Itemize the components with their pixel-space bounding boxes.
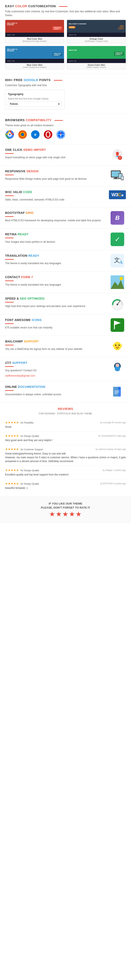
support-icon: [109, 361, 126, 375]
svg-point-50: [118, 345, 120, 346]
fontawesome-title: FONT AWESOME ICONS: [5, 318, 106, 321]
review-label: for Flexibility: [21, 422, 34, 424]
blue-skin-preview: WELCOME TODIGRAND CREATIVEAGENCY ABOUT M…: [5, 46, 64, 69]
chrome-icon: [5, 130, 14, 140]
fontawesome-content: FONT AWESOME ICONS 675 scalable vector i…: [5, 318, 109, 331]
red-skin-preview: WELCOME TODIGRAND CREATIVEAGENCY ABOUT M…: [5, 20, 64, 43]
review-meta: by Jledger 1 months ago: [102, 469, 126, 471]
svg-rect-27: [113, 178, 118, 179]
orange-skin-label: Orange Color (Multishape, Orange Color): [67, 37, 126, 43]
mailchimp-icon: [109, 340, 126, 353]
color-section-desc: Fully customized color scheme, by real t…: [5, 10, 126, 17]
green-skin-preview: ABOUT ME CREATIVEAGENCY ABOUT ME Green C…: [67, 46, 126, 69]
review-text: Very good work and they are very helpful…: [5, 438, 126, 442]
review-stars: ★★★★★: [5, 434, 19, 438]
retina-icon: ✓: [109, 232, 126, 246]
svg-point-55: [116, 364, 119, 367]
color-customization-section: EASY COLOR CUSTOMIZATION Fully customize…: [0, 0, 131, 74]
support-content: 27/7 SUPPORT Any questions? Contact US: …: [5, 361, 109, 377]
review-top: ★★★★★ for Customer Support by anthony fc…: [5, 447, 126, 451]
bootstrap-title: BOOTSTRAP GRID: [5, 211, 106, 215]
browsers-section-desc: Theme looks great on all modern browsers: [5, 124, 126, 127]
opera-icon: [43, 130, 53, 140]
demo-import-desc: Import everything on demo page with only…: [5, 156, 106, 159]
mailchimp-feature: MAILCHIMP SUPPORT You can a MailChimp li…: [0, 336, 131, 357]
svg-rect-60: [113, 387, 118, 396]
translation-desc: The theme is easily translated into any …: [5, 261, 106, 265]
google-fonts-section: 800+ FREE GOOGLE FONTS Customize Typogra…: [0, 74, 131, 114]
mailchimp-title: MAILCHIMP SUPPORT: [5, 340, 106, 343]
fontawesome-icon: [109, 318, 126, 332]
responsive-content: RESPONSIVE DESIGN Responsive Web Design …: [5, 170, 109, 183]
contact-form-icon: [109, 275, 126, 289]
svg-rect-63: [114, 392, 119, 393]
fontawesome-feature: FONT AWESOME ICONS 675 scalable vector i…: [0, 315, 131, 336]
review-meta: by anthony fcolassi 16 days ago: [96, 448, 126, 450]
ie-icon: e: [30, 130, 40, 140]
svg-point-48: [113, 342, 121, 350]
responsive-feature: RESPONSIVE DESIGN Responsive Web Design …: [0, 166, 131, 186]
safari-icon: [56, 130, 66, 140]
review-top: ★★★★★ for Design Quality by BTOY424 5 mo…: [5, 482, 126, 485]
retina-feature: RETINA READY Your images also looks perf…: [0, 229, 131, 250]
demo-import-icon: !: [109, 148, 126, 162]
review-meta: by vucindgl 25 minutes ago: [100, 422, 126, 424]
svg-text:e: e: [34, 132, 36, 137]
green-skin-label: Green Color Skin (Slider Header Variant): [67, 63, 126, 69]
firefox-icon: [18, 130, 27, 140]
svg-point-51: [116, 346, 119, 348]
font-mockup-title: Typography: [8, 92, 62, 96]
speed-desc: High load time impact your rankings and …: [5, 304, 106, 308]
red-skin-label: Red Color Skin (Background Image Header): [5, 37, 64, 43]
w3c-desc: Valid, clean, commented, semantic HTML/C…: [5, 198, 106, 202]
support-title: 27/7 SUPPORT: [5, 361, 106, 364]
speed-title: SPEED & SEO OPTIMIZED: [5, 297, 106, 300]
support-email-link[interactable]: owlthemestep@gmail.com: [5, 374, 35, 377]
retina-desc: Your images also looks perfect in all de…: [5, 240, 106, 244]
speed-content: SPEED & SEO OPTIMIZED High load time imp…: [5, 297, 109, 310]
speed-feature: SPEED & SEO OPTIMIZED High load time imp…: [0, 293, 131, 315]
svg-point-53: [120, 344, 122, 347]
w3c-badge-icon: W3C⊕: [109, 190, 126, 199]
reviews-header: REVIEWS FOR DIGRAND - PORTFOLIO AND BLOG…: [5, 407, 126, 415]
fontawesome-desc: 675 scalable vector icon that can instan…: [5, 326, 106, 329]
footer-cta-line2: PLEASE, DON'T FORGET TO RATE IT: [5, 506, 126, 509]
contact-title: CONTACT FORM 7: [5, 275, 106, 279]
review-text: Excellent quality and top level support …: [5, 473, 126, 477]
demo-import-title: ONE CLICK DEMO IMPORT: [5, 148, 106, 151]
contact-feature: CONTACT FORM 7 The theme is easily trans…: [0, 272, 131, 293]
blue-skin-label: Blue Color Skin (Video Background Header…: [5, 63, 64, 69]
footer-stars: ★★★★★: [5, 510, 126, 518]
bootstrap-icon: B: [109, 211, 126, 225]
review-label: for Design Quality: [21, 435, 39, 437]
orange-skin-preview: WELCOME TO DIGRAND MORE 1000+HAPPYCLIENT…: [67, 20, 126, 43]
fonts-section-title: 800+ FREE GOOGLE FONTS: [5, 78, 126, 82]
footer-cta-line1: IF YOU LIKE OUR THEME: [5, 502, 126, 505]
mailchimp-content: MAILCHIMP SUPPORT You can a MailChimp li…: [5, 340, 109, 353]
review-text: beautiful template :): [5, 486, 126, 490]
mailchimp-desc: You can a MailChimp list signup form on …: [5, 347, 106, 351]
review-label: for Design Quality: [21, 469, 39, 472]
review-label: for Customer Support: [21, 448, 43, 451]
review-meta: by Vinnneda2016 6 days ago: [99, 435, 126, 437]
bootstrap-desc: Best HTML/CSS framework for developing r…: [5, 218, 106, 222]
bootstrap-content: BOOTSTRAP GRID Best HTML/CSS framework f…: [5, 211, 109, 224]
review-label: for Design Quality: [21, 482, 39, 485]
reviews-subtitle: FOR DIGRAND - PORTFOLIO AND BLOG THEME: [5, 412, 126, 415]
w3c-feature: W3C VALID CODE Valid, clean, commented, …: [0, 186, 131, 207]
svg-text:A: A: [120, 260, 123, 264]
retina-title: RETINA READY: [5, 232, 106, 236]
font-select[interactable]: Roboto: [8, 101, 62, 107]
svg-rect-45: [110, 318, 124, 332]
browsers-section: BROWSERS COMPATIBILITY Theme looks great…: [0, 114, 131, 144]
font-select-wrap[interactable]: Roboto ▼: [8, 101, 62, 107]
svg-point-44: [120, 301, 120, 301]
review-top: ★★★★★ for Flexibility by vucindgl 25 min…: [5, 421, 126, 424]
docs-title: ONLINE DOCUMENTATION: [5, 385, 106, 388]
responsive-icon: [109, 170, 126, 182]
reviews-section: REVIEWS FOR DIGRAND - PORTFOLIO AND BLOG…: [0, 403, 131, 497]
review-stars: ★★★★★: [5, 421, 19, 424]
review-top: ★★★★★ for Design Quality by Jledger 1 mo…: [5, 468, 126, 472]
contact-desc: The theme is easily translated into any …: [5, 283, 106, 286]
review-stars: ★★★★★: [5, 447, 19, 451]
